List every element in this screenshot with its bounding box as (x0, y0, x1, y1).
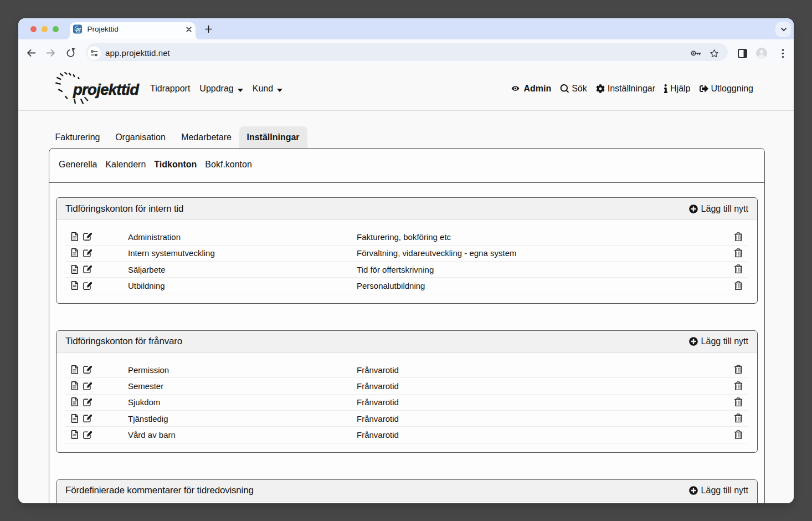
svg-text:projekttid: projekttid (73, 81, 140, 98)
